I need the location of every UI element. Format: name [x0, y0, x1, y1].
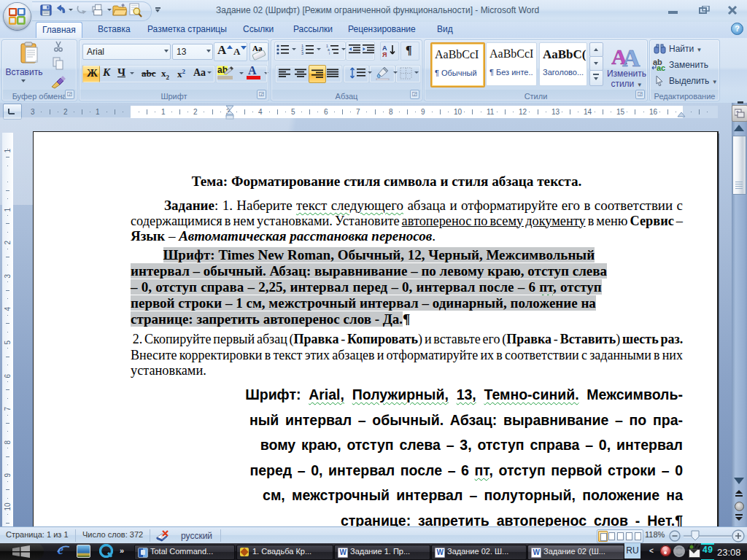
svg-text:3: 3 — [301, 51, 303, 55]
svg-text:Я: Я — [382, 51, 387, 58]
svg-text:i: i — [329, 51, 330, 55]
svg-text:A: A — [622, 44, 640, 67]
